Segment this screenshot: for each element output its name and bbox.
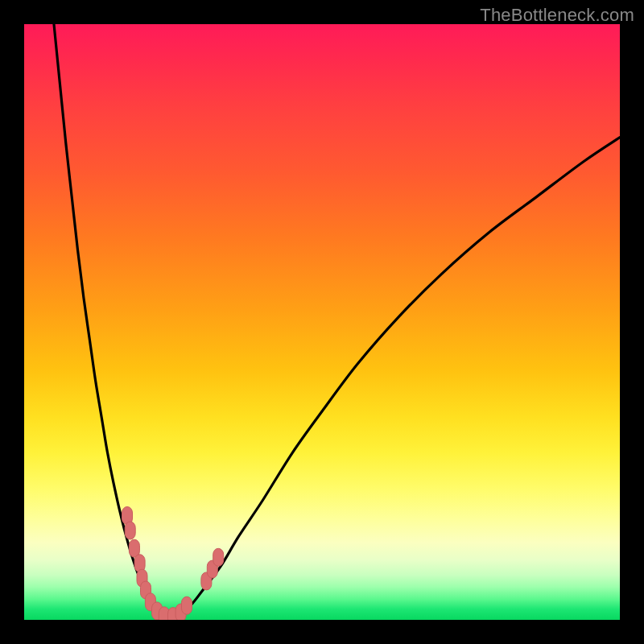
sample-marker bbox=[125, 522, 135, 539]
watermark-text: TheBottleneck.com bbox=[480, 5, 634, 26]
plot-area bbox=[24, 24, 620, 620]
sample-marker bbox=[213, 548, 224, 566]
chart-frame: TheBottleneck.com bbox=[0, 0, 644, 644]
sample-marker bbox=[182, 597, 192, 614]
curve-layer bbox=[24, 24, 620, 620]
bottleneck-curve bbox=[54, 24, 620, 617]
sample-markers bbox=[122, 507, 224, 621]
